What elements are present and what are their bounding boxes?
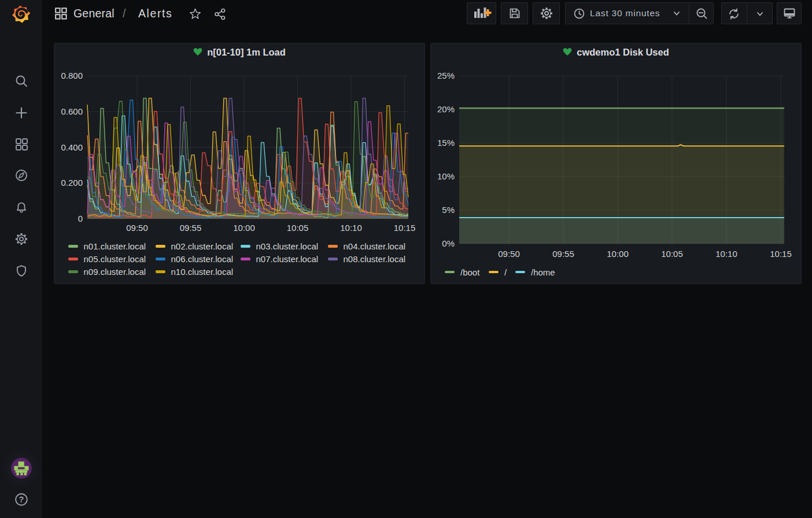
svg-text:0.800: 0.800 <box>61 71 83 80</box>
svg-text:09:55: 09:55 <box>552 249 574 259</box>
svg-text:09:50: 09:50 <box>126 223 148 233</box>
svg-text:15%: 15% <box>437 138 455 148</box>
svg-text:5%: 5% <box>442 205 455 215</box>
svg-text:?: ? <box>19 495 24 504</box>
svg-text:0.400: 0.400 <box>61 142 83 152</box>
svg-text:10:15: 10:15 <box>770 249 792 259</box>
svg-text:10:00: 10:00 <box>607 249 629 259</box>
svg-text:10:00: 10:00 <box>233 223 255 233</box>
svg-text:10:15: 10:15 <box>394 223 416 233</box>
svg-text:10%: 10% <box>437 171 455 181</box>
svg-text:25%: 25% <box>437 71 455 80</box>
svg-text:10:05: 10:05 <box>661 249 683 259</box>
svg-text:10:10: 10:10 <box>715 249 737 259</box>
svg-text:09:55: 09:55 <box>180 223 202 233</box>
svg-text:10:05: 10:05 <box>287 223 309 233</box>
svg-text:0: 0 <box>78 214 83 223</box>
svg-text:0%: 0% <box>442 238 455 248</box>
svg-text:0.600: 0.600 <box>61 106 83 116</box>
svg-text:09:50: 09:50 <box>498 249 520 259</box>
svg-text:0.200: 0.200 <box>61 178 83 188</box>
svg-text:20%: 20% <box>437 104 455 114</box>
svg-text:10:10: 10:10 <box>340 223 362 233</box>
